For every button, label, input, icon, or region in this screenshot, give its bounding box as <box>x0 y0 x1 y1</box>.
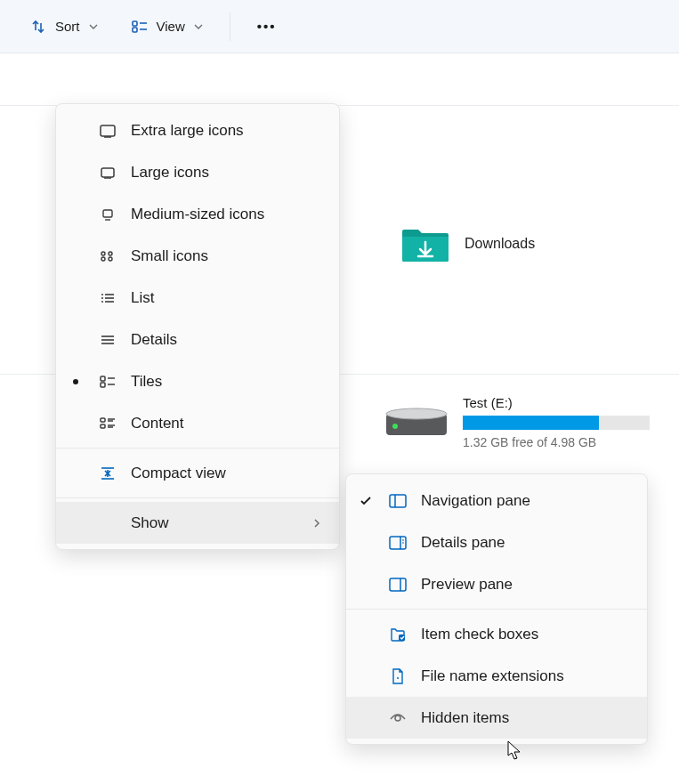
menu-compact-view[interactable]: Compact view <box>56 452 339 494</box>
svg-point-50 <box>395 715 400 721</box>
downloads-folder-icon <box>400 224 450 263</box>
submenu-navigation-pane[interactable]: Navigation pane <box>346 480 647 521</box>
menu-list[interactable]: List <box>56 277 339 319</box>
menu-item-label: List <box>131 289 321 307</box>
svg-rect-32 <box>101 418 105 422</box>
details-icon <box>97 334 118 346</box>
svg-point-15 <box>109 252 112 255</box>
folder-label: Downloads <box>465 236 535 252</box>
view-label: View <box>157 19 185 34</box>
item-checkboxes-icon <box>387 626 408 643</box>
submenu-file-extensions[interactable]: File name extensions <box>346 655 647 697</box>
preview-pane-icon <box>387 578 408 592</box>
submenu-preview-pane[interactable]: Preview pane <box>346 563 647 605</box>
menu-item-label: Details <box>131 331 321 349</box>
svg-rect-28 <box>101 376 105 381</box>
view-icon <box>132 20 148 33</box>
submenu-details-pane[interactable]: Details pane <box>346 521 647 563</box>
svg-rect-8 <box>101 125 115 136</box>
svg-rect-12 <box>103 210 112 217</box>
menu-large-icons[interactable]: Large icons <box>56 151 339 193</box>
content-icon <box>97 417 118 430</box>
show-submenu: Navigation pane Details pane Preview pan… <box>345 473 648 745</box>
file-extensions-icon <box>387 668 408 684</box>
menu-item-label: Navigation pane <box>421 492 629 510</box>
menu-item-label: Extra large icons <box>131 122 321 140</box>
menu-show[interactable]: Show <box>56 502 339 544</box>
small-icons-icon <box>97 250 118 263</box>
menu-medium-icons[interactable]: Medium-sized icons <box>56 193 339 235</box>
svg-rect-29 <box>101 383 105 387</box>
menu-small-icons[interactable]: Small icons <box>56 235 339 277</box>
drive-icon <box>384 405 449 440</box>
menu-separator <box>56 497 339 498</box>
drive-name: Test (E:) <box>463 395 650 410</box>
menu-item-label: Tiles <box>131 373 321 391</box>
more-button[interactable]: ••• <box>247 13 287 39</box>
menu-item-label: Medium-sized icons <box>131 206 321 223</box>
menu-item-label: Details pane <box>421 534 629 552</box>
svg-point-27 <box>73 379 78 384</box>
large-icons-icon <box>97 166 118 179</box>
checked-indicator <box>357 496 375 506</box>
chevron-down-icon <box>89 24 98 29</box>
toolbar-separator <box>230 12 230 41</box>
svg-rect-40 <box>390 495 406 507</box>
chevron-right-icon <box>312 519 321 528</box>
svg-rect-46 <box>390 578 406 591</box>
details-pane-icon <box>387 536 408 550</box>
svg-point-7 <box>392 424 398 429</box>
svg-rect-10 <box>101 168 114 177</box>
svg-point-49 <box>397 677 399 679</box>
svg-point-14 <box>101 252 105 255</box>
tiles-icon <box>97 376 118 388</box>
drive-tile[interactable]: Test (E:) 1.32 GB free of 4.98 GB <box>384 395 650 449</box>
more-icon: ••• <box>257 19 277 34</box>
extra-large-icons-icon <box>97 124 118 138</box>
list-icon <box>97 292 118 304</box>
folder-tile-downloads[interactable]: Downloads <box>400 224 535 263</box>
menu-tiles[interactable]: Tiles <box>56 360 339 402</box>
menu-item-label: Show <box>131 514 300 532</box>
compact-view-icon <box>97 466 118 481</box>
menu-item-label: Hidden items <box>421 709 629 727</box>
drive-free-text: 1.32 GB free of 4.98 GB <box>463 435 650 449</box>
menu-separator <box>346 609 647 610</box>
hidden-items-icon <box>387 712 408 724</box>
drive-usage-fill <box>463 416 599 430</box>
navigation-pane-icon <box>387 494 408 508</box>
submenu-item-checkboxes[interactable]: Item check boxes <box>346 613 647 655</box>
menu-details[interactable]: Details <box>56 319 339 360</box>
drive-usage-bar <box>463 416 650 430</box>
menu-item-label: Large icons <box>131 164 321 182</box>
selected-indicator <box>67 379 85 384</box>
svg-point-17 <box>109 257 112 261</box>
svg-rect-33 <box>101 424 105 428</box>
medium-icons-icon <box>97 208 118 221</box>
menu-item-label: Small icons <box>131 247 321 265</box>
sort-label: Sort <box>55 19 80 34</box>
menu-item-label: Preview pane <box>421 576 629 594</box>
sort-button[interactable]: Sort <box>20 13 109 40</box>
menu-item-label: Item check boxes <box>421 626 629 643</box>
submenu-hidden-items[interactable]: Hidden items <box>346 697 647 739</box>
view-menu: Extra large icons Large icons Medium-siz… <box>55 103 340 550</box>
menu-item-label: Content <box>131 415 321 432</box>
toolbar: Sort View ••• <box>0 0 679 53</box>
menu-item-label: File name extensions <box>421 667 629 685</box>
view-button[interactable]: View <box>121 13 214 39</box>
svg-rect-0 <box>133 21 137 26</box>
svg-point-16 <box>101 257 105 261</box>
menu-content[interactable]: Content <box>56 402 339 444</box>
sort-icon <box>30 19 46 35</box>
menu-item-label: Compact view <box>131 465 321 482</box>
menu-separator <box>56 448 339 449</box>
menu-extra-large-icons[interactable]: Extra large icons <box>56 109 339 151</box>
svg-rect-1 <box>133 28 137 32</box>
chevron-down-icon <box>194 24 203 29</box>
